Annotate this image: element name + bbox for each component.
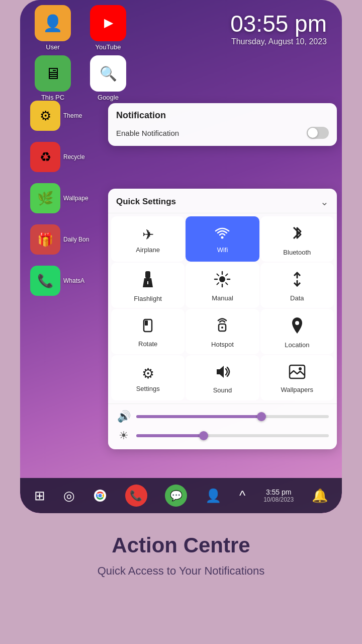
app-dailybonus-row[interactable]: 🎁 Daily Bon xyxy=(30,224,89,255)
sliders-area: 🔊 ☀ xyxy=(108,404,337,449)
volume-slider-row: 🔊 xyxy=(116,410,329,423)
qs-sound-label: Sound xyxy=(213,386,232,394)
brightness-fill xyxy=(136,434,204,437)
location-icon xyxy=(290,316,304,338)
taskbar-time-block: 3:55 pm 10/08/2023 xyxy=(263,488,294,503)
app-youtube-icon: ▶ xyxy=(90,5,126,41)
app-whatsapp-icon: 📞 xyxy=(30,266,60,296)
app-google-label: Google xyxy=(98,94,119,101)
qs-wallpapers-label: Wallpapers xyxy=(281,386,314,393)
enable-notification-label: Enable Notification xyxy=(116,129,179,137)
svg-rect-14 xyxy=(145,320,148,326)
svg-point-19 xyxy=(299,367,302,370)
clock-date: Thursday, August 10, 2023 xyxy=(230,37,327,46)
qs-header: Quick Settings ⌄ xyxy=(108,189,337,213)
svg-point-0 xyxy=(221,236,224,239)
taskbar: ⊞ ◎ 📞 💬 👤 ^ 3:55 pm 10/08/2023 🔔 xyxy=(20,478,342,513)
wifi-icon xyxy=(214,226,230,243)
taskbar-up-arrow[interactable]: ^ xyxy=(239,488,245,504)
qs-wifi-label: Wifi xyxy=(217,246,228,254)
qs-sound[interactable]: Sound xyxy=(186,355,259,400)
app-user-label: User xyxy=(46,43,59,51)
action-centre-title: Action Centre xyxy=(10,533,352,557)
taskbar-notifications[interactable]: 🔔 xyxy=(312,488,328,504)
taskbar-chrome[interactable] xyxy=(93,489,107,503)
qs-location[interactable]: Location xyxy=(260,309,334,354)
app-dailybonus-label: Daily Bon xyxy=(63,236,89,243)
app-wallpaper-row[interactable]: 🌿 Wallpape xyxy=(30,183,89,213)
app-recycle-row[interactable]: ♻ Recycle xyxy=(30,142,89,172)
qs-location-label: Location xyxy=(285,341,309,349)
app-google-icon: 🔍 xyxy=(90,55,126,92)
app-whatsapp-row[interactable]: 📞 WhatsA xyxy=(30,266,89,296)
taskbar-messages[interactable]: 💬 xyxy=(165,485,187,507)
svg-point-17 xyxy=(295,321,299,325)
app-user[interactable]: 👤 User xyxy=(30,5,75,51)
qs-grid: ✈ Airplane Wifi xyxy=(108,213,337,404)
app-thispc[interactable]: 🖥 This PC xyxy=(30,55,75,101)
volume-thumb[interactable] xyxy=(257,412,266,421)
qs-wifi[interactable]: Wifi xyxy=(186,216,259,262)
app-whatsapp-label: WhatsA xyxy=(63,277,84,284)
app-youtube-label: YouTube xyxy=(95,43,121,51)
app-recycle-label: Recycle xyxy=(63,153,85,160)
qs-bluetooth-label: Bluetooth xyxy=(283,249,311,256)
qs-data-label: Data xyxy=(290,294,304,302)
app-theme-row[interactable]: ⚙ Theme xyxy=(30,101,89,131)
quick-settings-panel: Quick Settings ⌄ ✈ Airplane xyxy=(108,189,337,449)
taskbar-time: 3:55 pm xyxy=(266,488,292,496)
sound-icon xyxy=(214,364,231,383)
volume-icon: 🔊 xyxy=(116,410,131,423)
qs-bluetooth[interactable]: Bluetooth xyxy=(260,216,334,262)
qs-settings-label: Settings xyxy=(136,385,160,392)
enable-notification-toggle[interactable] xyxy=(307,127,329,139)
qs-airplane[interactable]: ✈ Airplane xyxy=(111,216,185,262)
rotate-icon xyxy=(140,317,156,337)
toggle-knob xyxy=(308,128,318,138)
taskbar-date: 10/08/2023 xyxy=(263,496,294,503)
hotspot-icon xyxy=(214,317,231,338)
wallpapers-icon xyxy=(289,364,306,383)
notification-row: Enable Notification xyxy=(116,127,329,139)
taskbar-launcher[interactable]: ⊞ xyxy=(34,488,45,504)
chevron-down-icon[interactable]: ⌄ xyxy=(320,196,329,208)
qs-manual[interactable]: Manual xyxy=(186,263,259,308)
app-google[interactable]: 🔍 Google xyxy=(85,55,131,101)
left-app-column: ⚙ Theme ♻ Recycle 🌿 Wallpape 🎁 Daily Bon… xyxy=(30,101,89,300)
taskbar-contacts[interactable]: 👤 xyxy=(205,488,221,504)
qs-data[interactable]: Data xyxy=(260,263,334,308)
svg-line-11 xyxy=(226,274,228,276)
svg-line-10 xyxy=(226,283,228,285)
below-phone-section: Action Centre Quick Access to Your Notif… xyxy=(0,513,362,593)
app-user-icon: 👤 xyxy=(35,5,71,41)
qs-rotate[interactable]: Rotate xyxy=(111,309,185,354)
second-app-row: 🖥 This PC 🔍 Google xyxy=(20,50,141,106)
svg-point-16 xyxy=(221,327,223,329)
app-thispc-label: This PC xyxy=(41,94,64,101)
app-theme-label: Theme xyxy=(63,112,82,119)
phone-screen: 👤 User ▶ YouTube 03:55 pm Thursday, Augu… xyxy=(20,0,342,513)
app-theme-icon: ⚙ xyxy=(30,101,60,131)
settings-gear-icon: ⚙ xyxy=(142,365,154,382)
taskbar-phone[interactable]: 📞 xyxy=(125,485,147,507)
app-youtube[interactable]: ▶ YouTube xyxy=(85,5,131,51)
app-dailybonus-icon: 🎁 xyxy=(30,224,60,255)
qs-hotspot[interactable]: Hotspot xyxy=(186,309,259,354)
flashlight-icon xyxy=(141,270,155,292)
clock-area: 03:55 pm Thursday, August 10, 2023 xyxy=(230,10,327,46)
clock-time: 03:55 pm xyxy=(230,10,327,37)
data-icon xyxy=(290,271,305,291)
app-wallpaper-label: Wallpape xyxy=(63,195,88,202)
app-wallpaper-icon: 🌿 xyxy=(30,183,60,213)
svg-line-12 xyxy=(217,283,219,285)
sun-icon xyxy=(214,271,231,291)
qs-settings[interactable]: ⚙ Settings xyxy=(111,355,185,400)
bluetooth-icon xyxy=(290,224,304,246)
qs-wallpapers[interactable]: Wallpapers xyxy=(260,355,334,400)
volume-fill xyxy=(136,415,261,418)
taskbar-browser1[interactable]: ◎ xyxy=(63,488,75,504)
qs-hotspot-label: Hotspot xyxy=(211,341,234,348)
svg-line-9 xyxy=(217,274,219,276)
qs-flashlight[interactable]: Flashlight xyxy=(111,263,185,308)
brightness-thumb[interactable] xyxy=(199,431,208,440)
